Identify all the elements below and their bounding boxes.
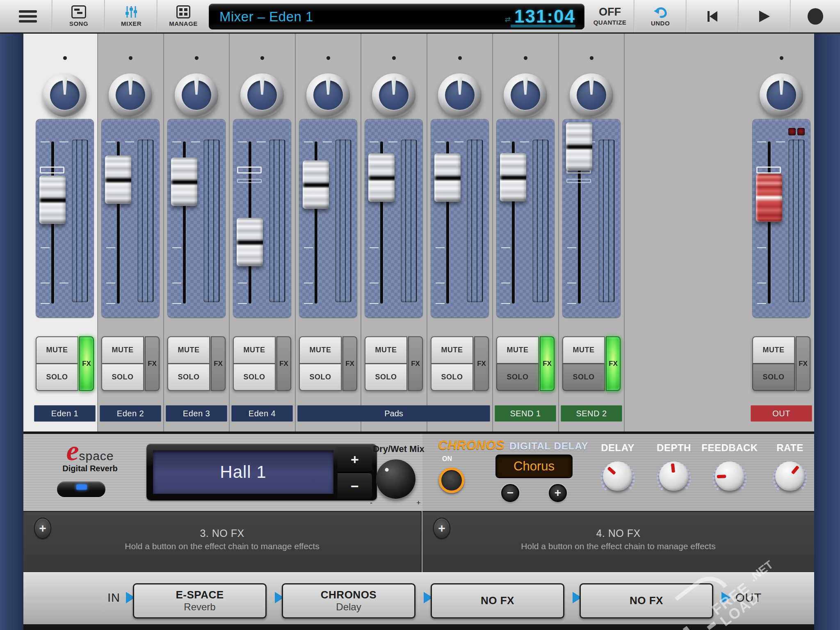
mute-button[interactable]: MUTE: [365, 336, 407, 364]
pan-knob[interactable]: [570, 73, 613, 117]
channel-led: [326, 56, 330, 60]
play-button[interactable]: [743, 0, 785, 32]
level-meter: [401, 139, 417, 302]
solo-button[interactable]: SOLO: [233, 363, 276, 391]
mute-button[interactable]: MUTE: [752, 336, 795, 364]
pan-knob[interactable]: [760, 73, 803, 117]
reverb-preset-name[interactable]: Hall 1: [153, 450, 333, 494]
reverb-power-button[interactable]: [57, 482, 105, 497]
pan-knob[interactable]: [109, 73, 152, 117]
mute-button[interactable]: MUTE: [299, 336, 342, 364]
fader-ghost-marker: [756, 167, 781, 173]
fx-button[interactable]: FX: [540, 336, 555, 391]
volume-fader[interactable]: [434, 153, 461, 202]
depth-knob[interactable]: [659, 461, 689, 491]
solo-button[interactable]: SOLO: [36, 363, 78, 391]
solo-button[interactable]: SOLO: [299, 363, 342, 391]
preset-prev-button[interactable]: −: [338, 473, 372, 499]
pan-knob[interactable]: [175, 73, 218, 117]
mixer-label: MIXER: [121, 20, 142, 27]
fader-panel: [101, 119, 160, 318]
delay-on-button[interactable]: [439, 468, 464, 493]
screen-title: Mixer – Eden 1: [219, 9, 313, 25]
pan-knob[interactable]: [306, 73, 350, 117]
feedback-knob-label: FEEDBACK: [701, 442, 758, 454]
fx-button[interactable]: FX: [145, 336, 160, 391]
volume-fader[interactable]: [368, 153, 395, 202]
delay-preset-prev-button[interactable]: −: [501, 484, 519, 502]
fx-button[interactable]: FX: [276, 336, 291, 391]
knob-indicator: [717, 475, 726, 478]
delay-preset-display[interactable]: Chorus: [495, 454, 573, 478]
mute-button[interactable]: MUTE: [562, 336, 605, 364]
rewind-icon: [705, 9, 720, 24]
pan-knob[interactable]: [372, 73, 415, 117]
feedback-knob[interactable]: [715, 461, 744, 491]
fx-button[interactable]: FX: [796, 336, 810, 391]
volume-fader[interactable]: [500, 153, 526, 201]
mute-button[interactable]: MUTE: [431, 336, 473, 364]
rate-knob[interactable]: [775, 461, 805, 491]
channel-label: Eden 4: [231, 405, 293, 422]
record-button[interactable]: [795, 0, 836, 32]
knob-indicator: [607, 466, 616, 475]
mute-button[interactable]: MUTE: [496, 336, 539, 364]
fader-panel: [431, 119, 489, 318]
mute-button[interactable]: MUTE: [101, 336, 144, 364]
fader-ghost-marker: [40, 167, 64, 173]
volume-fader[interactable]: [105, 155, 131, 204]
solo-button[interactable]: SOLO: [496, 363, 539, 391]
pan-knob[interactable]: [438, 73, 482, 117]
fx-button[interactable]: FX: [211, 336, 226, 391]
chain-node-nofx-2[interactable]: NO FX: [580, 583, 713, 619]
pan-knob[interactable]: [240, 73, 284, 117]
chain-node-nofx-1[interactable]: NO FX: [431, 583, 564, 619]
pan-knob[interactable]: [504, 73, 547, 117]
volume-fader[interactable]: [303, 160, 329, 209]
left-border: [0, 34, 23, 630]
volume-fader[interactable]: [39, 176, 66, 224]
solo-button[interactable]: SOLO: [167, 363, 210, 391]
chain-node-espace[interactable]: E-SPACE Reverb: [133, 583, 267, 619]
time-counter[interactable]: 131:04: [514, 6, 575, 27]
fx-button[interactable]: FX: [408, 336, 423, 391]
solo-button[interactable]: SOLO: [562, 363, 605, 391]
solo-button[interactable]: SOLO: [752, 363, 795, 391]
mute-button[interactable]: MUTE: [167, 336, 210, 364]
toolbar-separator: [790, 0, 791, 32]
mute-button[interactable]: MUTE: [36, 336, 78, 364]
fx-button[interactable]: FX: [474, 336, 489, 391]
solo-button[interactable]: SOLO: [365, 363, 407, 391]
menu-button[interactable]: [12, 0, 43, 32]
solo-button[interactable]: SOLO: [431, 363, 473, 391]
fx-button[interactable]: FX: [606, 336, 621, 391]
chronos-model-label: DIGITAL DELAY: [509, 441, 589, 452]
solo-button[interactable]: SOLO: [101, 363, 144, 391]
delay-preset-next-button[interactable]: +: [549, 484, 567, 502]
channel-strip-eden3: MUTE SOLO FX Eden 3: [164, 34, 229, 433]
master-volume-fader[interactable]: [756, 173, 782, 222]
volume-fader[interactable]: [237, 218, 263, 266]
fx-button[interactable]: FX: [342, 336, 357, 391]
rewind-button[interactable]: [692, 0, 733, 32]
song-icon: [71, 5, 86, 18]
undo-button[interactable]: UNDO: [639, 0, 682, 32]
drywet-knob[interactable]: [376, 459, 415, 499]
song-button[interactable]: SONG: [57, 0, 100, 32]
volume-fader[interactable]: [566, 122, 592, 171]
fader-panel: [496, 119, 555, 318]
mixer-button[interactable]: MIXER: [110, 0, 153, 32]
chain-arrow-icon: [721, 592, 730, 603]
delay-knob[interactable]: [603, 461, 632, 491]
pan-knob[interactable]: [43, 73, 87, 117]
channel-label: SEND 2: [561, 405, 622, 422]
channel-strip-master: MUTE SOLO FX OUT: [749, 34, 814, 433]
chain-node-chronos[interactable]: CHRONOS Delay: [282, 583, 415, 619]
volume-fader[interactable]: [171, 158, 197, 206]
manage-button[interactable]: MANAGE: [161, 0, 206, 32]
fx-slot-3: + 3. NO FX Hold a button on the effect c…: [23, 511, 422, 572]
quantize-button[interactable]: OFF QUANTIZE: [587, 0, 632, 32]
espace-logo: espace Digital Reverb: [46, 439, 134, 473]
fx-button[interactable]: FX: [79, 336, 94, 391]
mute-button[interactable]: MUTE: [233, 336, 276, 364]
